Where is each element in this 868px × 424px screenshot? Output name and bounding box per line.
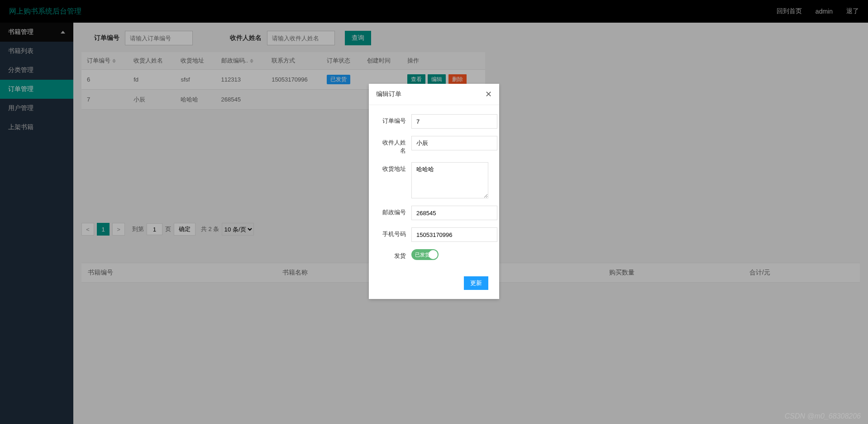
ship-label: 发货 bbox=[380, 249, 411, 260]
address-field[interactable] bbox=[411, 162, 488, 198]
update-button[interactable]: 更新 bbox=[464, 276, 488, 290]
watermark: CSDN @m0_68308206 bbox=[785, 412, 861, 420]
address-label: 收货地址 bbox=[380, 162, 411, 173]
recipient-label: 收件人姓名 bbox=[380, 136, 411, 155]
ship-switch[interactable]: 已发货 bbox=[411, 249, 439, 260]
postcode-field[interactable] bbox=[411, 206, 497, 220]
close-icon[interactable]: ✕ bbox=[485, 89, 492, 99]
modal-overlay[interactable]: 编辑订单 ✕ 订单编号 收件人姓名 收货地址 邮政编号 手机号码 bbox=[0, 0, 868, 424]
phone-field[interactable] bbox=[411, 227, 497, 242]
modal-header: 编辑订单 ✕ bbox=[369, 84, 499, 105]
recipient-field[interactable] bbox=[411, 136, 497, 150]
order-no-label: 订单编号 bbox=[380, 114, 411, 125]
postcode-label: 邮政编号 bbox=[380, 206, 411, 217]
edit-order-modal: 编辑订单 ✕ 订单编号 收件人姓名 收货地址 邮政编号 手机号码 bbox=[369, 84, 499, 299]
modal-title: 编辑订单 bbox=[376, 90, 401, 98]
switch-handle-icon bbox=[429, 250, 438, 259]
order-no-field[interactable] bbox=[411, 114, 497, 129]
phone-label: 手机号码 bbox=[380, 227, 411, 238]
